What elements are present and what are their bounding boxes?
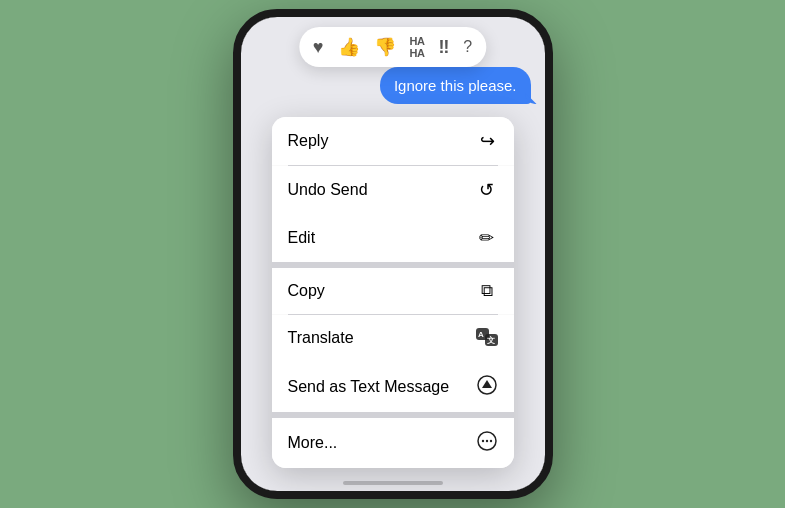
svg-point-8: [485, 440, 487, 442]
phone-screen: ♥ 👍 👎 HAHA ‼ ? Ignore this please. Reply…: [241, 17, 545, 491]
menu-item-copy[interactable]: Copy ⧉: [272, 268, 514, 314]
edit-icon: ✏: [476, 227, 498, 249]
edit-label: Edit: [288, 229, 316, 247]
undo-send-label: Undo Send: [288, 181, 368, 199]
translate-label: Translate: [288, 329, 354, 347]
send-as-text-icon: [476, 375, 498, 399]
svg-text:A: A: [478, 330, 484, 339]
thumbsdown-reaction-icon[interactable]: 👎: [374, 36, 396, 58]
haha-reaction-icon[interactable]: HAHA: [410, 35, 425, 59]
send-as-text-label: Send as Text Message: [288, 378, 450, 396]
undo-send-icon: ↺: [476, 179, 498, 201]
message-text: Ignore this please.: [394, 77, 517, 94]
reply-label: Reply: [288, 132, 329, 150]
home-indicator: [343, 481, 443, 485]
menu-item-send-as-text[interactable]: Send as Text Message: [272, 362, 514, 412]
menu-item-edit[interactable]: Edit ✏: [272, 214, 514, 262]
reply-icon: ↩: [476, 130, 498, 152]
menu-item-translate[interactable]: Translate A 文: [272, 315, 514, 362]
svg-point-9: [489, 440, 491, 442]
menu-item-undo-send[interactable]: Undo Send ↺: [272, 166, 514, 214]
context-menu: Reply ↩ Undo Send ↺ Edit ✏ Copy ⧉ Transl…: [272, 117, 514, 468]
thumbsup-reaction-icon[interactable]: 👍: [338, 36, 360, 58]
copy-label: Copy: [288, 282, 325, 300]
heart-reaction-icon[interactable]: ♥: [313, 37, 324, 58]
svg-point-7: [481, 440, 483, 442]
more-icon: [476, 431, 498, 455]
menu-item-more[interactable]: More...: [272, 418, 514, 468]
copy-icon: ⧉: [476, 281, 498, 301]
svg-text:文: 文: [487, 335, 495, 345]
translate-icon: A 文: [476, 328, 498, 349]
message-bubble: Ignore this please.: [380, 67, 531, 104]
question-reaction-icon[interactable]: ?: [463, 38, 472, 56]
phone-frame: ♥ 👍 👎 HAHA ‼ ? Ignore this please. Reply…: [233, 9, 553, 499]
menu-item-reply[interactable]: Reply ↩: [272, 117, 514, 165]
exclamation-reaction-icon[interactable]: ‼: [438, 37, 449, 58]
reaction-bar: ♥ 👍 👎 HAHA ‼ ?: [299, 27, 486, 67]
svg-marker-5: [482, 380, 492, 388]
more-label: More...: [288, 434, 338, 452]
